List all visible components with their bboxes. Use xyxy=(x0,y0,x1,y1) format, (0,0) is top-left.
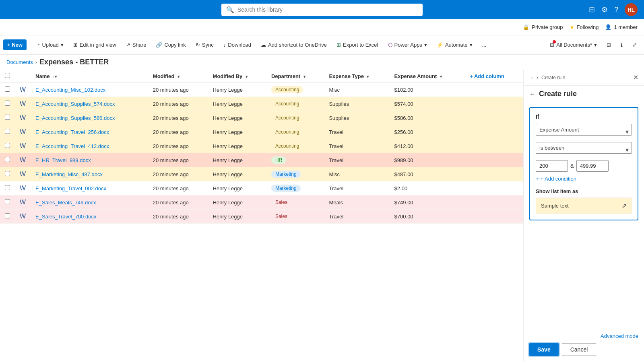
add-condition-button[interactable]: + + Add condition xyxy=(536,176,632,182)
cancel-button[interactable]: Cancel xyxy=(562,343,597,356)
upload-button[interactable]: ↑ Upload ▾ xyxy=(33,39,68,50)
file-name-link[interactable]: E_Accounting_Supplies_586.docx xyxy=(35,115,115,121)
col-modified-by[interactable]: Modified By ▾ xyxy=(208,70,266,83)
row-checkbox-cell[interactable] xyxy=(0,83,15,97)
row-checkbox[interactable] xyxy=(5,101,10,106)
field-select[interactable]: Expense Amount Name Modified Department … xyxy=(536,124,632,136)
add-shortcut-button[interactable]: ☁ Add shortcut to OneDrive xyxy=(257,39,331,50)
notifications-icon[interactable]: ⊟ xyxy=(589,5,595,14)
sync-button[interactable]: ↻ Sync xyxy=(192,39,218,50)
row-name-cell[interactable]: E_Accounting_Travel_256.docx xyxy=(31,125,148,139)
file-name-link[interactable]: E_Accounting_Supplies_574.docx xyxy=(35,101,115,107)
search-input[interactable] xyxy=(237,6,418,13)
save-button[interactable]: Save xyxy=(529,343,559,356)
file-name-link[interactable]: E_Marketing_Misc_487.docx xyxy=(35,171,103,177)
automate-button[interactable]: ⚡ Automate ▾ xyxy=(433,39,477,50)
row-name-cell[interactable]: E_Accounting_Misc_102.docx xyxy=(31,83,148,97)
private-group-item[interactable]: 🔒 Private group xyxy=(523,24,563,30)
file-name-link[interactable]: E_Sales_Travel_700.docx xyxy=(35,214,96,220)
col-department[interactable]: Department ▾ xyxy=(266,70,324,83)
power-apps-button[interactable]: ⬡ Power Apps ▾ xyxy=(384,39,431,50)
row-checkbox-cell[interactable] xyxy=(0,167,15,181)
row-add-col-cell xyxy=(465,83,523,97)
row-checkbox[interactable] xyxy=(5,213,10,218)
row-name-cell[interactable]: E_Sales_Meals_749.docx xyxy=(31,195,148,210)
row-name-cell[interactable]: E_Accounting_Travel_412.docx xyxy=(31,139,148,153)
row-checkbox[interactable] xyxy=(5,143,10,148)
edit-grid-button[interactable]: ⊞ Edit in grid view xyxy=(69,39,120,50)
download-button[interactable]: ↓ Download xyxy=(219,39,255,50)
expand-icon: ⤢ xyxy=(632,42,637,48)
row-name-cell[interactable]: E_Marketing_Misc_487.docx xyxy=(31,167,148,181)
back-button[interactable]: ← xyxy=(529,90,536,98)
row-checkbox[interactable] xyxy=(5,171,10,176)
file-name-link[interactable]: E_Marketing_Travel_002.docx xyxy=(35,185,106,191)
row-modified-by-cell: Henry Legge xyxy=(208,111,266,125)
row-checkbox[interactable] xyxy=(5,115,10,120)
settings-icon[interactable]: ⚙ xyxy=(601,5,608,14)
power-apps-chevron: ▾ xyxy=(424,42,427,48)
file-name-link[interactable]: E_Accounting_Travel_256.docx xyxy=(35,129,109,135)
help-icon[interactable]: ? xyxy=(614,6,618,14)
row-checkbox[interactable] xyxy=(5,185,10,190)
automate-chevron: ▾ xyxy=(470,42,473,48)
filter-button[interactable]: ⊟ xyxy=(603,39,615,50)
row-checkbox-cell[interactable] xyxy=(0,210,15,224)
condition-select[interactable]: is between is equal to is not equal to i… xyxy=(536,142,632,154)
row-checkbox-cell[interactable] xyxy=(0,153,15,167)
row-name-cell[interactable]: E_Accounting_Supplies_586.docx xyxy=(31,111,148,125)
private-group-label: Private group xyxy=(532,24,563,30)
department-badge: Accounting xyxy=(271,142,303,150)
department-badge: Accounting xyxy=(271,114,303,121)
expand-button[interactable]: ⤢ xyxy=(628,39,641,50)
close-panel-button[interactable]: ✕ xyxy=(633,74,638,81)
row-checkbox-cell[interactable] xyxy=(0,195,15,210)
row-name-cell[interactable]: E_Marketing_Travel_002.docx xyxy=(31,181,148,195)
copy-link-button[interactable]: 🔗 Copy link xyxy=(152,39,190,50)
row-checkbox-cell[interactable] xyxy=(0,125,15,139)
row-modified-by-cell: Henry Legge xyxy=(208,195,266,210)
share-button[interactable]: ↗ Share xyxy=(122,39,151,50)
avatar[interactable]: HL xyxy=(625,3,638,16)
more-button[interactable]: ... xyxy=(478,39,491,50)
row-file-icon-cell: W xyxy=(15,210,31,224)
file-name-link[interactable]: E_Sales_Meals_749.docx xyxy=(35,200,96,206)
panel-more-icon[interactable]: ··· xyxy=(529,75,533,80)
file-name-link[interactable]: E_HR_Travel_989.docx xyxy=(35,157,91,163)
format-button[interactable]: ⇗ xyxy=(621,202,627,210)
file-name-link[interactable]: E_Accounting_Misc_102.docx xyxy=(35,87,105,93)
row-name-cell[interactable]: E_HR_Travel_989.docx xyxy=(31,153,148,167)
export-excel-button[interactable]: ⊞ Export to Excel xyxy=(332,39,382,50)
row-checkbox[interactable] xyxy=(5,199,10,204)
row-name-cell[interactable]: E_Sales_Travel_700.docx xyxy=(31,210,148,224)
value-from-input[interactable] xyxy=(536,160,568,172)
all-docs-button[interactable]: ⊟ All Documents* ▾ xyxy=(546,39,601,50)
row-checkbox[interactable] xyxy=(5,86,10,92)
col-name[interactable]: Name ↑▾ xyxy=(31,70,148,83)
file-name-link[interactable]: E_Accounting_Travel_412.docx xyxy=(35,143,109,149)
col-expense-type[interactable]: Expense Type ▾ xyxy=(324,70,389,83)
select-all-checkbox[interactable] xyxy=(5,73,10,78)
row-checkbox-cell[interactable] xyxy=(0,97,15,111)
new-button[interactable]: + New xyxy=(3,39,27,50)
info-button[interactable]: ℹ xyxy=(617,39,627,50)
col-checkbox[interactable] xyxy=(0,70,15,83)
row-checkbox[interactable] xyxy=(5,129,10,134)
search-box[interactable]: 🔍 xyxy=(221,4,423,16)
row-checkbox-cell[interactable] xyxy=(0,111,15,125)
col-expense-amount[interactable]: Expense Amount ▾ xyxy=(390,70,465,83)
department-badge: Sales xyxy=(271,213,291,220)
advanced-mode-link[interactable]: Advanced mode xyxy=(529,333,638,339)
breadcrumb-parent[interactable]: Documents xyxy=(6,59,33,65)
col-modified[interactable]: Modified ▾ xyxy=(148,70,208,83)
member-count-item[interactable]: 👤 1 member xyxy=(605,24,638,30)
row-checkbox-cell[interactable] xyxy=(0,139,15,153)
row-checkbox[interactable] xyxy=(5,157,10,162)
row-checkbox-cell[interactable] xyxy=(0,181,15,195)
table-row: W E_HR_Travel_989.docx 20 minutes ago He… xyxy=(0,153,523,167)
col-add-column[interactable]: + Add column xyxy=(465,70,523,83)
value-to-input[interactable] xyxy=(576,160,609,172)
row-modified-cell: 20 minutes ago xyxy=(148,125,208,139)
following-item[interactable]: ★ Following xyxy=(570,24,599,30)
row-name-cell[interactable]: E_Accounting_Supplies_574.docx xyxy=(31,97,148,111)
